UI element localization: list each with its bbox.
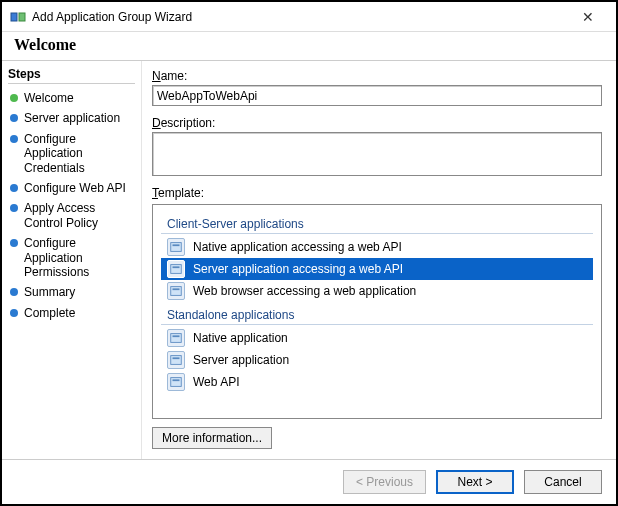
native-web-api-icon — [167, 238, 185, 256]
svg-rect-8 — [171, 334, 182, 343]
step-bullet-icon — [10, 204, 18, 212]
template-item-label: Server application — [193, 353, 289, 367]
template-group-standalone: Standalone applications — [161, 306, 593, 325]
template-listbox[interactable]: Client-Server applications Native applic… — [152, 204, 602, 419]
step-bullet-icon — [10, 114, 18, 122]
step-label: Configure Web API — [24, 181, 126, 195]
step-bullet-icon — [10, 288, 18, 296]
wizard-footer: < Previous Next > Cancel — [2, 459, 616, 504]
server-app-icon — [167, 351, 185, 369]
main-panel: Name: Description: Template: Client-Serv… — [142, 61, 616, 459]
step-label: Welcome — [24, 91, 74, 105]
name-label: Name: — [152, 69, 602, 83]
step-label: Apply Access Control Policy — [24, 201, 133, 230]
step-item[interactable]: Welcome — [8, 88, 135, 108]
svg-rect-12 — [171, 378, 182, 387]
step-label: Server application — [24, 111, 120, 125]
steps-sidebar: Steps WelcomeServer applicationConfigure… — [2, 61, 142, 459]
close-button[interactable]: ✕ — [568, 9, 608, 25]
next-button[interactable]: Next > — [436, 470, 514, 494]
template-item[interactable]: Native application — [161, 327, 593, 349]
window-title: Add Application Group Wizard — [32, 10, 568, 24]
svg-rect-2 — [171, 243, 182, 252]
description-input[interactable] — [152, 132, 602, 176]
description-label: Description: — [152, 116, 602, 130]
step-bullet-current-icon — [10, 94, 18, 102]
server-web-api-icon — [167, 260, 185, 278]
template-item[interactable]: Server application accessing a web API — [161, 258, 593, 280]
template-item-label: Server application accessing a web API — [193, 262, 403, 276]
step-bullet-icon — [10, 184, 18, 192]
wizard-header: Welcome — [2, 32, 616, 61]
svg-rect-11 — [173, 357, 180, 359]
step-item[interactable]: Summary — [8, 282, 135, 302]
svg-rect-4 — [171, 265, 182, 274]
step-item[interactable]: Apply Access Control Policy — [8, 198, 135, 233]
native-app-icon — [167, 329, 185, 347]
svg-rect-3 — [173, 244, 180, 246]
name-input[interactable] — [152, 85, 602, 106]
step-item[interactable]: Configure Application Permissions — [8, 233, 135, 282]
step-label: Complete — [24, 306, 75, 320]
step-bullet-icon — [10, 309, 18, 317]
step-item[interactable]: Configure Web API — [8, 178, 135, 198]
wizard-window: Add Application Group Wizard ✕ Welcome S… — [0, 0, 618, 506]
step-bullet-icon — [10, 239, 18, 247]
svg-rect-0 — [11, 13, 17, 21]
step-label: Configure Application Credentials — [24, 132, 133, 175]
step-bullet-icon — [10, 135, 18, 143]
step-label: Summary — [24, 285, 75, 299]
web-api-icon — [167, 373, 185, 391]
template-item[interactable]: Web browser accessing a web application — [161, 280, 593, 302]
template-item[interactable]: Native application accessing a web API — [161, 236, 593, 258]
wizard-body: Steps WelcomeServer applicationConfigure… — [2, 61, 616, 459]
step-item[interactable]: Complete — [8, 303, 135, 323]
template-group-client-server: Client-Server applications — [161, 215, 593, 234]
template-item[interactable]: Web API — [161, 371, 593, 393]
previous-button[interactable]: < Previous — [343, 470, 426, 494]
template-item-label: Web browser accessing a web application — [193, 284, 416, 298]
app-icon — [10, 9, 26, 25]
svg-rect-10 — [171, 356, 182, 365]
template-label: Template: — [152, 186, 602, 200]
svg-rect-9 — [173, 335, 180, 337]
svg-rect-7 — [173, 288, 180, 290]
template-item-label: Web API — [193, 375, 239, 389]
browser-web-app-icon — [167, 282, 185, 300]
svg-rect-1 — [19, 13, 25, 21]
cancel-button[interactable]: Cancel — [524, 470, 602, 494]
titlebar: Add Application Group Wizard ✕ — [2, 2, 616, 32]
svg-rect-13 — [173, 379, 180, 381]
template-item[interactable]: Server application — [161, 349, 593, 371]
more-information-button[interactable]: More information... — [152, 427, 272, 449]
template-item-label: Native application — [193, 331, 288, 345]
svg-rect-6 — [171, 287, 182, 296]
steps-heading: Steps — [8, 67, 135, 84]
step-item[interactable]: Configure Application Credentials — [8, 129, 135, 178]
step-item[interactable]: Server application — [8, 108, 135, 128]
step-label: Configure Application Permissions — [24, 236, 133, 279]
page-title: Welcome — [14, 36, 604, 54]
svg-rect-5 — [173, 266, 180, 268]
template-item-label: Native application accessing a web API — [193, 240, 402, 254]
